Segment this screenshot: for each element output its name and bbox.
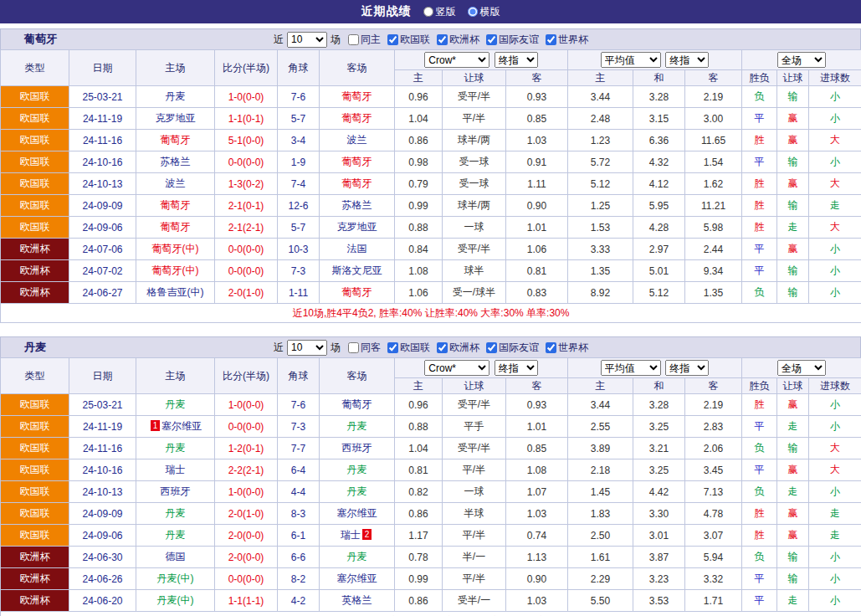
filter-friendly[interactable]: 国际友谊	[482, 33, 539, 47]
odds-handicap: 受一球	[443, 151, 506, 173]
odds-away: 1.03	[506, 130, 568, 151]
same-venue-filter[interactable]: 同主	[344, 33, 381, 47]
euro-checkbox[interactable]	[437, 34, 448, 45]
fulltime-select[interactable]: 全场	[777, 360, 826, 376]
avg-away: 2.19	[685, 394, 742, 416]
filter-nations-league[interactable]: 欧国联	[383, 341, 430, 355]
home-team-cell: 1塞尔维亚	[136, 416, 215, 438]
score: 0-0(0-0)	[215, 568, 278, 590]
layout-option-vertical[interactable]: 竖版	[423, 5, 456, 19]
same-venue-filter[interactable]: 同客	[344, 341, 381, 355]
subcol-avg-away: 客	[685, 378, 742, 394]
subcol-odds-away: 客	[506, 70, 568, 86]
section-header-bar: 葡萄牙 近 10 场 同主 欧国联 欧洲杯	[0, 28, 861, 49]
result-goals: 小	[809, 416, 861, 438]
match-date: 24-09-09	[69, 195, 136, 217]
nations-league-label: 欧国联	[400, 33, 430, 47]
friendly-checkbox[interactable]	[486, 34, 497, 45]
filter-nations-league[interactable]: 欧国联	[383, 33, 430, 47]
home-team-cell: 葡萄牙	[136, 130, 215, 151]
world-cup-checkbox[interactable]	[546, 34, 556, 45]
score: 1-0(0-0)	[215, 481, 278, 503]
result-outcome: 负	[742, 438, 777, 459]
summary-row: 近10场,胜3平4负3, 胜率:30% 让胜率:50% 大率:20% 单率:30…	[1, 612, 861, 616]
corners: 4-2	[278, 590, 320, 612]
match-row: 欧洲杯24-06-20丹麦(中)1-1(1-1)4-2英格兰0.86受半/一1.…	[1, 590, 861, 612]
filter-world-cup[interactable]: 世界杯	[541, 33, 588, 47]
match-count-select[interactable]: 10	[287, 32, 327, 48]
result-outcome: 平	[742, 260, 777, 282]
subcol-result-goals: 进球数	[809, 70, 861, 86]
world-cup-checkbox[interactable]	[546, 342, 556, 353]
away-team-cell: 苏格兰	[320, 195, 395, 217]
avg-final-select[interactable]: 终指	[665, 52, 709, 68]
match-row: 欧国联24-10-16苏格兰0-0(0-0)1-9葡萄牙0.98受一球0.915…	[1, 151, 861, 173]
odds-final-select[interactable]: 终指	[495, 52, 538, 68]
away-team-name: 瑞士	[341, 529, 361, 541]
layout-option-horizontal[interactable]: 横版	[468, 5, 500, 19]
filter-world-cup[interactable]: 世界杯	[541, 341, 588, 355]
vertical-layout-radio[interactable]	[423, 7, 433, 17]
euro-checkbox[interactable]	[437, 342, 448, 353]
match-date: 24-06-30	[69, 547, 136, 568]
nations-league-checkbox[interactable]	[387, 342, 398, 353]
result-handicap: 输	[777, 86, 809, 108]
score: 0-0(0-0)	[215, 239, 278, 260]
odds-group-header: Crow* 终指	[395, 358, 568, 378]
nations-league-checkbox[interactable]	[387, 34, 398, 45]
filter-euro[interactable]: 欧洲杯	[433, 341, 479, 355]
result-goals: 走	[809, 195, 861, 217]
odds-away: 1.11	[506, 173, 568, 195]
col-date: 日期	[69, 358, 136, 394]
avg-home: 5.72	[568, 151, 633, 173]
avg-home: 1.35	[568, 260, 633, 282]
match-rows: 欧国联25-03-21丹麦1-0(0-0)7-6葡萄牙0.96受平/半0.933…	[1, 86, 861, 304]
fulltime-select[interactable]: 全场	[777, 52, 826, 68]
near-label: 近	[274, 341, 284, 355]
odds-home: 0.86	[395, 590, 443, 612]
avg-away: 3.45	[685, 459, 742, 481]
col-type: 类型	[1, 50, 69, 86]
match-row: 欧国联24-11-16丹麦1-2(0-1)7-7西班牙1.04受平/半0.853…	[1, 438, 861, 459]
away-team-cell: 克罗地亚	[320, 217, 395, 239]
odds-company-select[interactable]: Crow*	[424, 360, 489, 376]
horizontal-layout-radio[interactable]	[468, 7, 478, 17]
result-outcome: 平	[742, 416, 777, 438]
same-venue-checkbox[interactable]	[348, 34, 359, 45]
match-count-select[interactable]: 10	[287, 340, 327, 356]
summary-text: 近10场,胜3平4负3, 胜率:30% 让胜率:50% 大率:20% 单率:30…	[1, 612, 861, 616]
match-row: 欧国联25-03-21丹麦1-0(0-0)7-6葡萄牙0.96受平/半0.933…	[1, 394, 861, 416]
result-goals: 小	[809, 547, 861, 568]
topbar: 近期战绩 竖版 横版	[0, 0, 861, 23]
league-badge: 欧国联	[1, 416, 69, 438]
avg-company-select[interactable]: 平均值	[601, 360, 661, 376]
result-handicap: 输	[777, 195, 809, 217]
match-date: 25-03-21	[69, 86, 136, 108]
odds-home: 1.04	[395, 108, 443, 130]
result-outcome: 平	[742, 568, 777, 590]
same-venue-checkbox[interactable]	[348, 342, 359, 353]
avg-company-select[interactable]: 平均值	[601, 52, 661, 68]
result-handicap: 赢	[777, 173, 809, 195]
match-date: 24-06-26	[69, 568, 136, 590]
result-goals: 大	[809, 459, 861, 481]
result-outcome: 平	[742, 151, 777, 173]
odds-final-select[interactable]: 终指	[495, 360, 538, 376]
avg-home: 1.23	[568, 130, 633, 151]
odds-company-select[interactable]: Crow*	[424, 52, 489, 68]
away-team-cell: 波兰	[320, 130, 395, 151]
away-team-cell: 葡萄牙	[320, 108, 395, 130]
filter-friendly[interactable]: 国际友谊	[482, 341, 539, 355]
away-team-name: 英格兰	[342, 594, 372, 606]
home-team-name: 塞尔维亚	[161, 420, 202, 432]
filter-euro[interactable]: 欧洲杯	[433, 33, 479, 47]
corners: 3-4	[278, 130, 320, 151]
friendly-checkbox[interactable]	[486, 342, 497, 353]
avg-home: 5.50	[568, 590, 633, 612]
odds-home: 0.88	[395, 217, 443, 239]
odds-handicap: 平/半	[443, 108, 506, 130]
col-type: 类型	[1, 358, 69, 394]
league-badge: 欧洲杯	[1, 282, 69, 304]
avg-final-select[interactable]: 终指	[665, 360, 709, 376]
result-outcome: 负	[742, 282, 777, 304]
